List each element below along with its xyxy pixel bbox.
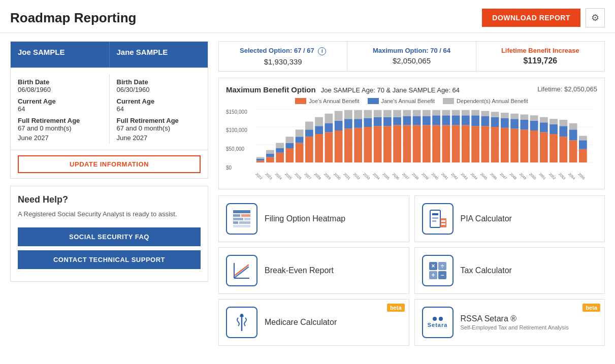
svg-rect-73 (423, 116, 431, 125)
svg-rect-132 (569, 140, 577, 162)
svg-rect-44 (354, 127, 362, 162)
svg-rect-5 (256, 159, 265, 161)
jane-fra-date: June 2027 (117, 134, 201, 142)
svg-text:2043: 2043 (460, 172, 468, 180)
svg-rect-126 (549, 119, 558, 124)
joe-age-label: Current Age (18, 97, 102, 105)
setara-icon: Setara (422, 307, 454, 338)
chart-header: Maximum Benefit Option Joe SAMPLE Age: 7… (226, 85, 597, 94)
svg-rect-46 (354, 110, 362, 119)
legend-jane: Jane's Annual Benefit (368, 98, 435, 104)
svg-line-158 (235, 267, 248, 277)
svg-rect-13 (276, 148, 284, 153)
chart-section: Maximum Benefit Option Joe SAMPLE Age: 7… (218, 78, 605, 189)
svg-rect-121 (540, 122, 548, 132)
heatmap-tool-info: Filing Option Heatmap (265, 214, 345, 223)
svg-rect-6 (256, 157, 265, 159)
svg-text:2055: 2055 (577, 172, 586, 180)
svg-text:2035: 2035 (382, 172, 390, 180)
joe-age-value: 64 (18, 105, 102, 113)
jane-fra-value: 67 and 0 month(s) (117, 124, 201, 132)
svg-rect-16 (286, 148, 294, 162)
jane-card-header: Jane SAMPLE (109, 42, 208, 68)
header-actions: DOWNLOAD REPORT ⚙ (482, 8, 605, 27)
svg-rect-105 (501, 118, 509, 127)
page-title: Roadmap Reporting (10, 10, 136, 26)
svg-rect-82 (442, 110, 450, 115)
social-security-faq-button[interactable]: SOCIAL SECURITY FAQ (18, 227, 201, 246)
svg-rect-50 (364, 110, 372, 118)
svg-rect-62 (393, 110, 401, 117)
pia-calculator-card[interactable]: PIA Calculator (414, 195, 605, 242)
svg-text:2030: 2030 (333, 172, 341, 180)
svg-rect-57 (383, 117, 392, 126)
person-cards-header: Joe SAMPLE Jane SAMPLE (10, 41, 208, 68)
svg-rect-89 (462, 115, 470, 125)
svg-rect-106 (501, 113, 509, 118)
setara-text-label: Setara (428, 322, 448, 328)
contact-support-button[interactable]: CONTACT TECHNICAL SUPPORT (18, 250, 201, 269)
svg-rect-96 (481, 126, 490, 162)
medicare-calculator-card[interactable]: Medicare Calculator beta (218, 299, 409, 346)
svg-text:2045: 2045 (480, 172, 488, 180)
svg-rect-74 (423, 110, 431, 116)
svg-text:2039: 2039 (421, 172, 429, 180)
medicare-beta-badge: beta (387, 304, 405, 312)
svg-text:2027: 2027 (304, 172, 312, 180)
svg-rect-70 (413, 110, 421, 116)
svg-rect-152 (440, 218, 446, 227)
joe-fra-label: Full Retirement Age (18, 117, 102, 124)
lifetime-benefit-value: $119,726 (484, 56, 596, 65)
setara-dot-1 (433, 317, 437, 321)
svg-rect-128 (560, 137, 568, 162)
svg-rect-130 (560, 120, 568, 126)
svg-rect-94 (471, 110, 479, 115)
legend-dependents: Dependent(s) Annual Benefit (443, 98, 528, 104)
joe-legend-label: Joe's Annual Benefit (309, 98, 359, 104)
jane-details: Birth Date 06/30/1960 Current Age 64 Ful… (109, 74, 208, 144)
svg-rect-109 (510, 119, 519, 128)
svg-rect-118 (530, 115, 538, 121)
svg-text:2037: 2037 (402, 172, 410, 180)
svg-rect-133 (569, 129, 577, 140)
svg-rect-60 (393, 125, 401, 162)
setara-tool-name: RSSA Setara ® (461, 314, 569, 323)
svg-rect-29 (315, 126, 323, 134)
download-report-button[interactable]: DOWNLOAD REPORT (482, 9, 580, 27)
filing-heatmap-card[interactable]: Filing Option Heatmap (218, 195, 409, 242)
svg-text:2044: 2044 (470, 172, 478, 180)
settings-button[interactable]: ⚙ (586, 8, 605, 27)
maximum-option-value: $2,050,065 (355, 56, 467, 65)
svg-rect-28 (315, 134, 323, 162)
svg-rect-17 (286, 143, 294, 148)
lifetime-benefit-label: Lifetime Benefit Increase (484, 47, 596, 54)
svg-rect-68 (413, 125, 421, 162)
page-header: Roadmap Reporting DOWNLOAD REPORT ⚙ (0, 0, 615, 33)
svg-rect-42 (344, 110, 352, 119)
svg-rect-129 (560, 126, 568, 137)
svg-rect-30 (315, 117, 323, 126)
medicare-tool-name: Medicare Calculator (265, 318, 337, 327)
svg-text:2054: 2054 (568, 172, 576, 180)
tax-calculator-card[interactable]: × ÷ + − Tax Calculator (414, 247, 605, 294)
info-icon[interactable]: i (318, 47, 326, 55)
svg-rect-113 (521, 120, 529, 129)
svg-rect-146 (239, 221, 250, 224)
medicare-icon (226, 307, 257, 338)
svg-rect-153 (441, 220, 445, 222)
jane-birth-label: Birth Date (117, 78, 201, 86)
svg-rect-18 (286, 137, 294, 143)
svg-rect-142 (241, 214, 250, 217)
y-axis: $150,000 $100,000 $50,000 $0 (226, 109, 249, 182)
svg-text:2025: 2025 (284, 172, 293, 180)
svg-rect-14 (276, 143, 284, 148)
svg-rect-80 (442, 125, 450, 162)
update-information-button[interactable]: UPDATE INFORMATION (18, 155, 201, 173)
svg-rect-37 (335, 120, 343, 130)
svg-rect-24 (305, 137, 313, 162)
svg-rect-45 (354, 119, 362, 128)
breakeven-card[interactable]: Break-Even Report (218, 247, 409, 294)
setara-card[interactable]: Setara RSSA Setara ® Self-Employed Tax a… (414, 299, 605, 346)
chart-bars: 2022 2023 (251, 109, 597, 182)
right-panel: Selected Option: 67 / 67 i $1,930,339 Ma… (218, 41, 605, 353)
